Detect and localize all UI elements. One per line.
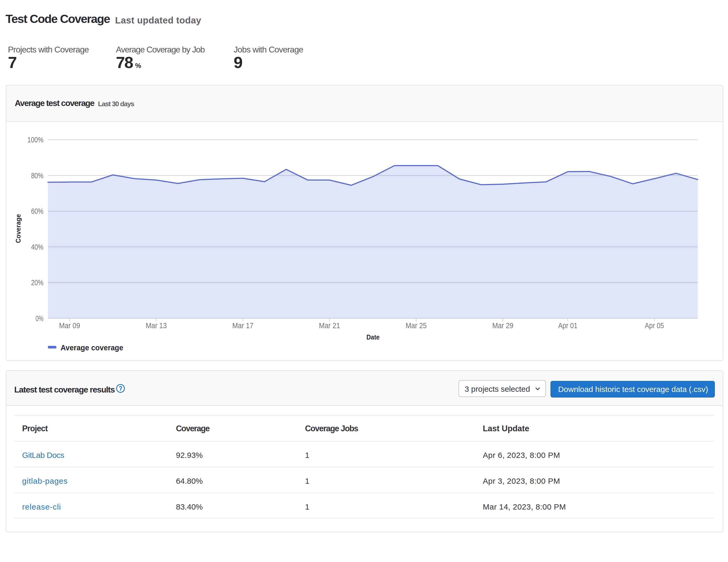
svg-text:60%: 60%	[31, 207, 43, 215]
svg-text:Mar 13: Mar 13	[146, 321, 167, 330]
svg-text:Apr 01: Apr 01	[558, 321, 577, 330]
svg-text:Mar 29: Mar 29	[492, 321, 513, 330]
svg-text:40%: 40%	[31, 243, 43, 251]
svg-text:Average coverage: Average coverage	[61, 343, 123, 352]
svg-text:0%: 0%	[36, 314, 43, 323]
svg-text:Mar 25: Mar 25	[406, 321, 427, 330]
svg-text:Coverage: Coverage	[14, 214, 22, 243]
svg-text:Mar 09: Mar 09	[59, 321, 80, 330]
svg-text:Apr 05: Apr 05	[645, 321, 664, 330]
svg-text:Date: Date	[366, 333, 380, 341]
svg-text:20%: 20%	[31, 278, 43, 287]
svg-text:100%: 100%	[27, 135, 43, 144]
svg-text:Mar 21: Mar 21	[319, 321, 340, 330]
svg-text:Mar 17: Mar 17	[232, 321, 253, 330]
svg-text:80%: 80%	[31, 171, 43, 180]
